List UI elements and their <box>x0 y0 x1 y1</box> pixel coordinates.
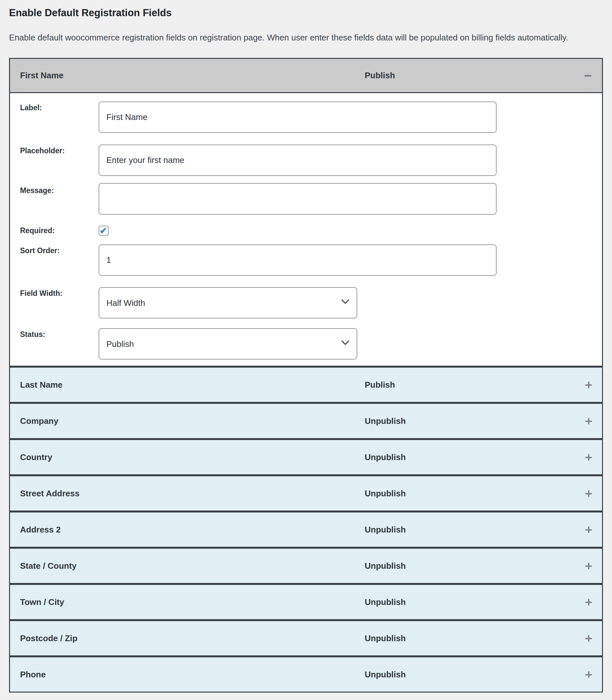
panel-title: Town / City <box>20 597 64 607</box>
sort-order-field-label: Sort Order: <box>20 247 60 255</box>
panel-title: Address 2 <box>20 525 61 535</box>
panel-title: Last Name <box>20 380 63 390</box>
panel-title: Street Address <box>20 489 80 499</box>
status-select[interactable]: Publish <box>99 328 357 360</box>
plus-icon[interactable] <box>585 418 592 424</box>
field-width-select[interactable]: Half Width <box>99 287 357 319</box>
status-field-label: Status: <box>20 330 45 339</box>
placeholder-field-label: Placeholder: <box>20 146 65 155</box>
plus-icon[interactable] <box>585 490 592 497</box>
required-field-label: Required: <box>20 226 55 235</box>
plus-icon[interactable] <box>585 454 592 461</box>
panel-status-badge: Unpublish <box>365 597 406 607</box>
panel-status-badge: Unpublish <box>365 452 406 462</box>
panel-status-badge: Unpublish <box>365 670 406 680</box>
panel-status-badge: Publish <box>365 70 395 81</box>
accordion-header-company[interactable]: Company Unpublish <box>9 403 603 439</box>
plus-icon[interactable] <box>585 527 592 533</box>
accordion-panel-first-name: First Name Publish Label: Placeholder: <box>9 58 603 367</box>
plus-icon[interactable] <box>585 599 592 606</box>
panel-title: Postcode / Zip <box>20 633 78 643</box>
message-textarea[interactable] <box>99 183 497 215</box>
sort-order-input[interactable] <box>99 244 497 276</box>
panel-title: State / County <box>20 561 76 571</box>
settings-page: Enable Default Registration Fields Enabl… <box>0 0 612 692</box>
label-input[interactable] <box>99 101 497 133</box>
label-field-label: Label: <box>20 103 42 112</box>
panel-status-badge: Unpublish <box>365 416 406 426</box>
panel-status-badge: Unpublish <box>365 561 406 571</box>
accordion-header-first-name[interactable]: First Name Publish <box>10 59 602 93</box>
panel-status-badge: Publish <box>365 380 395 390</box>
accordion-header-postcode-zip[interactable]: Postcode / Zip Unpublish <box>9 620 603 656</box>
plus-icon[interactable] <box>585 671 592 678</box>
field-width-label: Field Width: <box>20 289 62 298</box>
accordion-header-town-city[interactable]: Town / City Unpublish <box>9 584 603 620</box>
minus-icon[interactable] <box>585 75 591 76</box>
registration-fields-accordion: First Name Publish Label: Placeholder: <box>9 58 603 692</box>
plus-icon[interactable] <box>585 381 592 388</box>
message-field-label: Message: <box>20 186 54 195</box>
accordion-header-street-address[interactable]: Street Address Unpublish <box>9 475 603 512</box>
panel-status-badge: Unpublish <box>365 633 406 643</box>
plus-icon[interactable] <box>585 635 592 642</box>
accordion-header-phone[interactable]: Phone Unpublish <box>9 656 603 692</box>
page-title: Enable Default Registration Fields <box>9 0 603 19</box>
accordion-header-address-2[interactable]: Address 2 Unpublish <box>9 512 603 548</box>
page-description: Enable default woocommerce registration … <box>9 32 603 43</box>
required-checkbox[interactable] <box>99 226 109 236</box>
panel-status-badge: Unpublish <box>365 489 406 499</box>
panel-title: Phone <box>20 670 45 680</box>
accordion-header-country[interactable]: Country Unpublish <box>9 439 603 475</box>
panel-status-badge: Unpublish <box>365 525 406 535</box>
placeholder-input[interactable] <box>99 144 497 176</box>
accordion-header-last-name[interactable]: Last Name Publish <box>9 367 603 403</box>
panel-title: First Name <box>20 70 64 81</box>
plus-icon[interactable] <box>585 563 592 569</box>
panel-title: Company <box>20 416 58 426</box>
first-name-settings-form: Label: Placeholder: Message: <box>10 93 602 366</box>
accordion-header-state-county[interactable]: State / County Unpublish <box>9 548 603 584</box>
panel-title: Country <box>20 452 52 462</box>
